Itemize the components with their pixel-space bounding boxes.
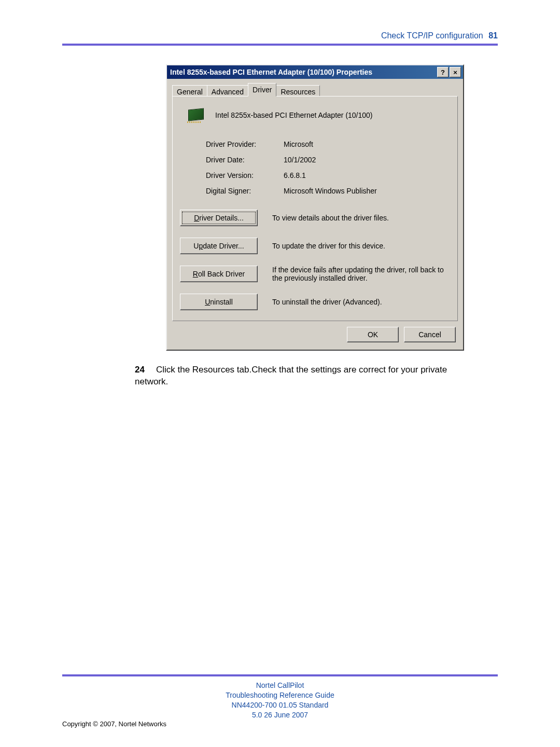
step-number: 24 xyxy=(135,365,145,375)
footer-line-2: Troubleshooting Reference Guide xyxy=(62,690,498,700)
driver-provider-label: Driver Provider: xyxy=(206,140,284,148)
driver-version-label: Driver Version: xyxy=(206,171,284,179)
roll-back-driver-desc: If the device fails after updating the d… xyxy=(272,266,450,282)
ok-button[interactable]: OK xyxy=(347,327,399,342)
driver-date-label: Driver Date: xyxy=(206,156,284,164)
roll-back-driver-button[interactable]: Roll Back Driver xyxy=(180,266,258,282)
page-header: Check TCP/IP configuration 81 xyxy=(62,31,498,40)
footer-line-3: NN44200-700 01.05 Standard xyxy=(62,700,498,710)
section-title: Check TCP/IP configuration xyxy=(381,31,483,40)
copyright-text: Copyright © 2007, Nortel Networks xyxy=(62,720,166,728)
header-rule xyxy=(62,44,498,46)
step-24: 24Click the Resources tab.Check that the… xyxy=(135,364,467,388)
tabs-row: General Advanced Driver Resources xyxy=(172,83,458,96)
properties-dialog: Intel 8255x-based PCI Ethernet Adapter (… xyxy=(166,64,464,351)
uninstall-desc: To uninstall the driver (Advanced). xyxy=(272,298,450,306)
footer-rule xyxy=(62,674,498,676)
footer-block: Nortel CallPilot Troubleshooting Referen… xyxy=(62,681,498,720)
tab-driver[interactable]: Driver xyxy=(248,83,276,96)
driver-provider-value: Microsoft xyxy=(284,140,450,148)
tab-panel-driver: Intel 8255x-based PCI Ethernet Adapter (… xyxy=(172,96,458,321)
digital-signer-label: Digital Signer: xyxy=(206,187,284,195)
help-button[interactable]: ? xyxy=(437,67,449,77)
update-driver-button[interactable]: Update Driver... xyxy=(180,238,258,254)
close-button[interactable]: × xyxy=(450,67,461,77)
digital-signer-value: Microsoft Windows Publisher xyxy=(284,187,450,195)
network-card-icon xyxy=(185,106,206,125)
cancel-button[interactable]: Cancel xyxy=(404,327,456,342)
update-driver-desc: To update the driver for this device. xyxy=(272,242,450,250)
titlebar: Intel 8255x-based PCI Ethernet Adapter (… xyxy=(167,65,463,79)
driver-version-value: 6.6.8.1 xyxy=(284,171,450,179)
driver-details-button[interactable]: Driver Details... xyxy=(180,210,258,226)
footer-line-1: Nortel CallPilot xyxy=(62,681,498,690)
device-name: Intel 8255x-based PCI Ethernet Adapter (… xyxy=(215,111,373,119)
driver-info-grid: Driver Provider: Microsoft Driver Date: … xyxy=(206,140,450,195)
driver-details-desc: To view details about the driver files. xyxy=(272,214,450,222)
footer-line-4: 5.0 26 June 2007 xyxy=(62,710,498,720)
titlebar-text: Intel 8255x-based PCI Ethernet Adapter (… xyxy=(170,68,372,76)
uninstall-button[interactable]: Uninstall xyxy=(180,294,258,310)
page-number: 81 xyxy=(488,31,498,40)
driver-date-value: 10/1/2002 xyxy=(284,156,450,164)
step-text: Click the Resources tab.Check that the s… xyxy=(135,365,447,386)
